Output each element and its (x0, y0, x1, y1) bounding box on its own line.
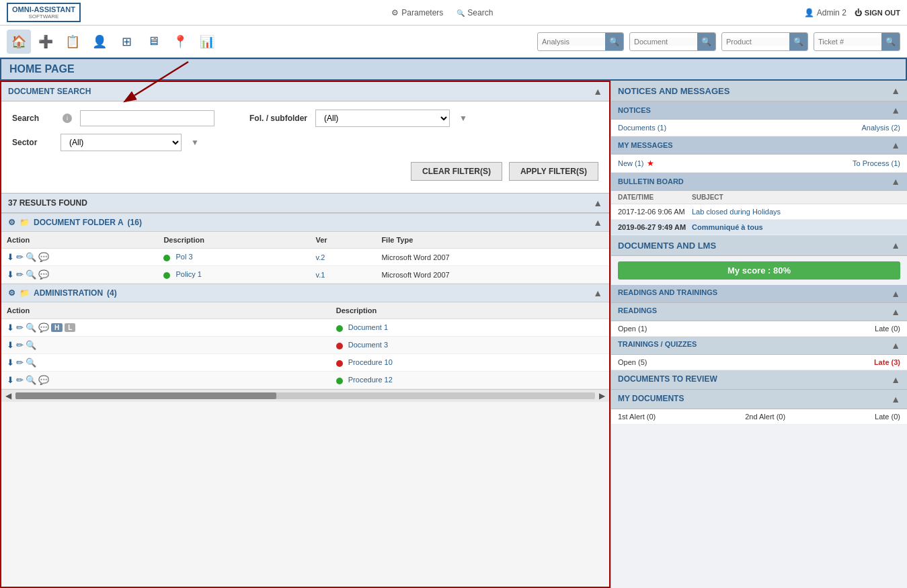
clear-filter-btn[interactable]: CLEAR FILTER(S) (411, 162, 502, 181)
trainings-collapse[interactable]: ▲ (891, 340, 900, 351)
admin-folder-header[interactable]: ⚙ 📁 ADMINISTRATION (4) ▲ (1, 284, 609, 302)
doc-search-header[interactable]: DOCUMENT SEARCH ▲ (1, 82, 609, 101)
comment-icon[interactable]: 💬 (38, 252, 49, 262)
notices-sub-header[interactable]: NOTICES ▲ (611, 101, 907, 120)
edit-icon[interactable]: ✏ (16, 375, 24, 385)
nav-grid[interactable]: ⊞ (114, 30, 139, 54)
product-search-btn[interactable]: 🔍 (789, 32, 807, 51)
alert1[interactable]: 1st Alert (0) (618, 413, 656, 421)
analysis-input[interactable] (538, 38, 605, 46)
l-badge[interactable]: L (65, 323, 75, 332)
ticket-search-btn[interactable]: 🔍 (881, 32, 900, 51)
lms-collapse[interactable]: ▲ (891, 240, 900, 251)
h-badge[interactable]: H (51, 323, 63, 332)
signout-button[interactable]: SIGN OUT (855, 9, 900, 17)
my-docs-collapse[interactable]: ▲ (891, 394, 900, 405)
results-collapse[interactable]: ▲ (593, 198, 602, 208)
new-msg[interactable]: New (1) ★ (618, 159, 654, 168)
nav-location[interactable]: 📍 (168, 30, 192, 54)
readings-open[interactable]: Open (1) (618, 325, 647, 333)
folder-a-header[interactable]: ⚙ 📁 DOCUMENT FOLDER A (16) ▲ (1, 213, 609, 232)
sector-select[interactable]: (All) (61, 134, 182, 151)
comment-icon[interactable]: 💬 (38, 375, 49, 385)
document-search-btn[interactable]: 🔍 (697, 32, 715, 51)
messages-sub-collapse[interactable]: ▲ (891, 140, 900, 151)
scroll-thumb[interactable] (15, 392, 276, 399)
bulletin-sub-header[interactable]: BULLETIN BOARD ▲ (611, 173, 907, 191)
edit-icon[interactable]: ✏ (16, 252, 24, 262)
download-icon[interactable]: ⬇ (7, 252, 14, 262)
magnify-icon[interactable]: 🔍 (26, 323, 36, 333)
to-process-msg[interactable]: To Process (1) (853, 159, 900, 168)
readings-sub-header[interactable]: READINGS ▲ (611, 303, 907, 321)
notices-collapse[interactable]: ▲ (891, 85, 900, 96)
bulletin-collapse[interactable]: ▲ (891, 176, 900, 187)
folder-select[interactable]: (All) (315, 110, 450, 127)
readings-late[interactable]: Late (0) (875, 325, 900, 333)
doc-link[interactable]: Document 3 (348, 341, 388, 349)
messages-sub-header[interactable]: MY MESSAGES ▲ (611, 136, 907, 155)
admin-collapse[interactable]: ▲ (593, 288, 602, 298)
trainings-open[interactable]: Open (5) (618, 358, 647, 366)
analysis-notice-link[interactable]: Analysis (2) (862, 124, 900, 132)
notices-section: NOTICES AND MESSAGES ▲ NOTICES ▲ Documen… (611, 81, 907, 235)
lms-section-header[interactable]: DOCUMENTS AND LMS ▲ (611, 235, 907, 256)
analysis-search-btn[interactable]: 🔍 (605, 32, 623, 51)
notices-sub-collapse[interactable]: ▲ (891, 105, 900, 116)
download-icon[interactable]: ⬇ (7, 340, 14, 350)
doc-link[interactable]: Procedure 10 (348, 358, 393, 366)
rt-collapse[interactable]: ▲ (891, 288, 900, 299)
doc-link[interactable]: Pol 3 (175, 253, 192, 261)
trainings-late[interactable]: Late (3) (874, 358, 900, 366)
info-icon[interactable]: i (63, 114, 72, 123)
search-text-input[interactable] (80, 110, 214, 126)
product-input[interactable] (722, 38, 789, 46)
docs-review-collapse[interactable]: ▲ (891, 374, 900, 385)
my-docs-header[interactable]: MY DOCUMENTS ▲ (611, 390, 907, 409)
download-icon[interactable]: ⬇ (7, 358, 14, 368)
comment-icon[interactable]: 💬 (38, 269, 49, 280)
search-link[interactable]: Search (457, 8, 493, 17)
download-icon[interactable]: ⬇ (7, 375, 14, 385)
nav-chart[interactable]: 📊 (195, 30, 219, 54)
folder-a-collapse[interactable]: ▲ (593, 217, 602, 228)
magnify-icon[interactable]: 🔍 (26, 340, 36, 350)
download-icon[interactable]: ⬇ (7, 269, 14, 280)
comment-icon[interactable]: 💬 (38, 323, 49, 333)
scroll-left[interactable]: ◀ (4, 391, 13, 401)
magnify-icon[interactable]: 🔍 (26, 358, 36, 368)
document-input[interactable] (630, 38, 697, 46)
edit-icon[interactable]: ✏ (16, 340, 24, 350)
edit-icon[interactable]: ✏ (16, 358, 24, 368)
magnify-icon[interactable]: 🔍 (26, 252, 36, 262)
edit-icon[interactable]: ✏ (16, 323, 24, 333)
nav-list[interactable]: 📋 (61, 30, 85, 54)
parameters-link[interactable]: Parameters (391, 8, 443, 17)
docs-review-header[interactable]: DOCUMENTS TO REVIEW ▲ (611, 370, 907, 390)
bulletin-row-1[interactable]: 2017-12-06 9:06 AM Lab closed during Hol… (611, 204, 907, 220)
doc-link[interactable]: Policy 1 (175, 270, 202, 278)
apply-filter-btn[interactable]: APPLY FILTER(S) (509, 162, 598, 181)
ticket-input[interactable] (814, 38, 881, 46)
doc-link[interactable]: Document 1 (348, 323, 388, 331)
scroll-track[interactable] (15, 392, 595, 399)
my-docs-late[interactable]: Late (0) (875, 413, 900, 421)
download-icon[interactable]: ⬇ (7, 323, 14, 333)
rt-sub-header[interactable]: READINGS AND TRAININGS ▲ (611, 285, 907, 303)
notices-section-header[interactable]: NOTICES AND MESSAGES ▲ (611, 81, 907, 101)
magnify-icon[interactable]: 🔍 (26, 269, 36, 280)
alert2[interactable]: 2nd Alert (0) (745, 413, 785, 421)
readings-collapse[interactable]: ▲ (891, 306, 900, 317)
bulletin-row-2[interactable]: 2019-06-27 9:49 AM Communiqué à tous (611, 220, 907, 235)
nav-monitor[interactable]: 🖥 (141, 30, 165, 54)
doc-search-collapse[interactable]: ▲ (593, 86, 602, 97)
nav-home[interactable]: 🏠 (7, 30, 31, 54)
magnify-icon[interactable]: 🔍 (26, 375, 36, 385)
edit-icon[interactable]: ✏ (16, 269, 24, 280)
scroll-right[interactable]: ▶ (598, 391, 606, 401)
nav-add[interactable]: ➕ (34, 30, 58, 54)
nav-user[interactable]: 👤 (87, 30, 112, 54)
trainings-sub-header[interactable]: TRAININGS / QUIZZES ▲ (611, 337, 907, 355)
doc-link[interactable]: Procedure 12 (348, 376, 393, 384)
documents-notice-link[interactable]: Documents (1) (618, 124, 666, 132)
